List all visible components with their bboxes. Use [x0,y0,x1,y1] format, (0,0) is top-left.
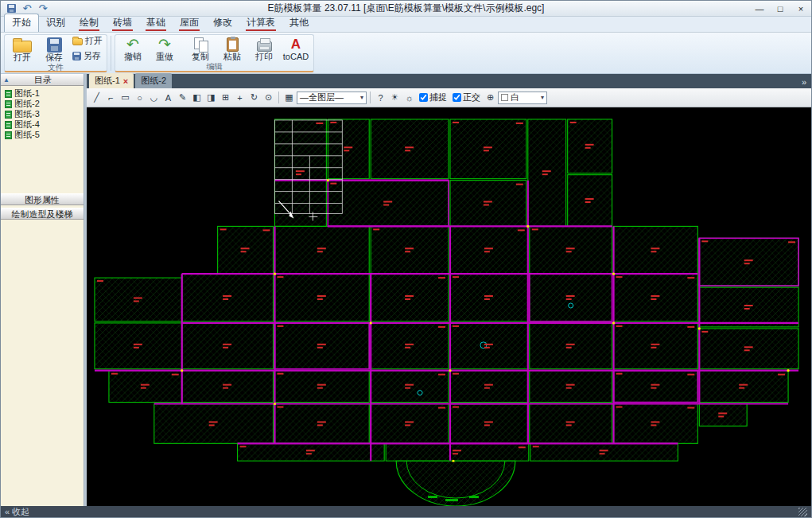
color-select[interactable]: 白 ▾ [498,92,547,104]
brightness-icon[interactable]: ☼ [402,91,416,104]
line-icon[interactable]: ╱ [90,91,103,104]
bulb-icon[interactable]: ☀ [388,91,402,104]
collapse-button[interactable]: « 收起 [5,506,29,518]
undo-button[interactable]: ↶ 撤销 [117,35,149,61]
layers-icon[interactable]: ▦ [282,91,296,104]
undo-label: 撤销 [124,53,142,61]
menu-tab-开始[interactable]: 开始 [4,14,39,32]
arc-icon[interactable]: ◡ [147,91,161,104]
ribbon: 打开 保存 打开 另存 文件 [1,33,811,74]
polyline-icon[interactable]: ⌐ [104,91,118,104]
save-button-label: 保存 [45,53,63,62]
color-swatch [501,94,508,101]
print-label: 打印 [255,53,273,61]
catalog-header[interactable]: ▲ 目录 [1,74,84,86]
print-button[interactable]: 打印 [248,36,280,61]
menu-tab-砖墙[interactable]: 砖墙 [106,14,139,32]
layer-select[interactable]: —全图层— ▾ [297,92,367,104]
app-window: ↶ ↷ E筋模板算量 23.07.11 [桌面\E筋模板算量\模板文件\示例模板… [0,0,812,518]
open-button[interactable]: 打开 [6,35,38,62]
open-file-label: 打开 [85,35,103,47]
query-icon[interactable]: ? [374,91,387,104]
copy-button[interactable]: 复制 [185,36,216,61]
move-icon[interactable]: + [233,91,247,104]
doc-tab-图纸-2[interactable]: 图纸-2 [135,73,172,88]
panel-graphic-properties[interactable]: 图形属性 [1,193,84,205]
open-file-button[interactable]: 打开 [72,35,103,47]
maximize-button[interactable]: □ [770,2,791,16]
redo-button[interactable]: ↷ 重做 [149,35,181,61]
pencil-icon[interactable]: ✎ [176,91,189,104]
copy-icon [194,37,208,52]
drawing-toolbar: ╱⌐▭○◡A✎◧◨⊞+↻⊙ ▦ —全图层— ▾ ?☀☼ 捕捉 正交 ⊕ [87,88,811,107]
toolbar-separator [370,92,371,103]
mirror-horizontal-icon[interactable]: ◧ [190,91,204,104]
redo-icon: ↷ [158,37,171,52]
menu-tab-基础[interactable]: 基础 [139,14,173,32]
menu-tab-其他[interactable]: 其他 [282,14,316,32]
chevron-down-icon: ▾ [541,94,544,101]
layer-select-value: —全图层— [300,92,344,103]
ortho-checkbox-input[interactable] [453,93,461,102]
save-as-icon [72,52,81,60]
paste-label: 粘贴 [223,53,241,61]
sheet-icon [5,121,12,129]
zoom-icon[interactable]: ⊕ [484,91,497,104]
floor-plan-drawing [87,107,811,506]
resize-grip[interactable] [798,508,807,516]
ribbon-group-file: 打开 保存 打开 另存 文件 [4,34,107,72]
tocad-button[interactable]: A toCAD [280,36,312,61]
tocad-label: toCAD [283,53,309,61]
ortho-checkbox[interactable]: 正交 [453,92,480,103]
save-icon [7,4,16,13]
menu-tab-屋面[interactable]: 屋面 [173,14,206,32]
mirror-vertical-icon[interactable]: ◨ [204,91,218,104]
ribbon-group-edit: ↶ 撤销 ↷ 重做 复制 粘贴 打印 [115,34,314,72]
collapse-arrow-icon[interactable]: ▲ [1,76,12,84]
snap-checkbox[interactable]: 捕捉 [419,92,447,103]
tocad-icon: A [291,37,301,52]
doc-tab-图纸-1[interactable]: 图纸-1× [89,73,134,88]
catalog-label: 目录 [12,74,74,86]
drawing-canvas[interactable] [87,107,811,506]
orbit-icon[interactable]: ⊙ [262,91,275,104]
save-button[interactable]: 保存 [38,36,70,62]
folder-open-icon [13,41,32,53]
snap-checkbox-input[interactable] [419,93,428,102]
ribbon-separator [111,36,111,71]
tab-overflow-button[interactable]: » [797,77,811,88]
rotate-icon[interactable]: ↻ [247,91,261,104]
sheet-icon [5,100,12,108]
close-tab-icon[interactable]: × [123,77,128,85]
window-controls: — □ × [749,2,811,16]
window-title: E筋模板算量 23.07.11 [桌面\E筋模板算量\模板文件\示例模板.egc… [1,2,811,15]
rectangle-icon[interactable]: ▭ [118,91,132,104]
save-as-button[interactable]: 另存 [72,50,103,62]
menu-tab-计算表[interactable]: 计算表 [239,14,282,32]
menu-tab-识别[interactable]: 识别 [39,14,72,32]
sheet-list: 图纸-1图纸-2图纸-3图纸-4图纸-5 [1,86,84,191]
circle-icon[interactable]: ○ [133,91,146,104]
copy-label: 复制 [192,53,209,61]
quick-undo-button[interactable]: ↶ [20,2,34,15]
save-icon [47,37,62,53]
folder-open-icon [72,38,83,45]
minimize-button[interactable]: — [749,2,770,16]
quick-redo-button[interactable]: ↷ [36,2,50,15]
ortho-label: 正交 [463,92,480,103]
close-button[interactable]: × [791,2,811,16]
panel-modeling-stairs[interactable]: 绘制造型及楼梯 [1,208,84,220]
paste-button[interactable]: 粘贴 [216,36,248,61]
menu-tab-绘制[interactable]: 绘制 [72,14,106,32]
sidebar-filler [1,220,84,506]
quick-save-button[interactable] [4,2,18,15]
text-icon[interactable]: A [161,91,175,104]
paste-icon [227,37,239,52]
menu-tab-修改[interactable]: 修改 [206,14,239,32]
undo-icon: ↶ [126,37,139,52]
array-icon[interactable]: ⊞ [219,91,232,104]
redo-label: 重做 [156,53,173,61]
group-label-file: 文件 [6,62,105,74]
sheet-item[interactable]: 图纸-5 [2,130,82,140]
color-select-value: 白 [511,92,519,103]
